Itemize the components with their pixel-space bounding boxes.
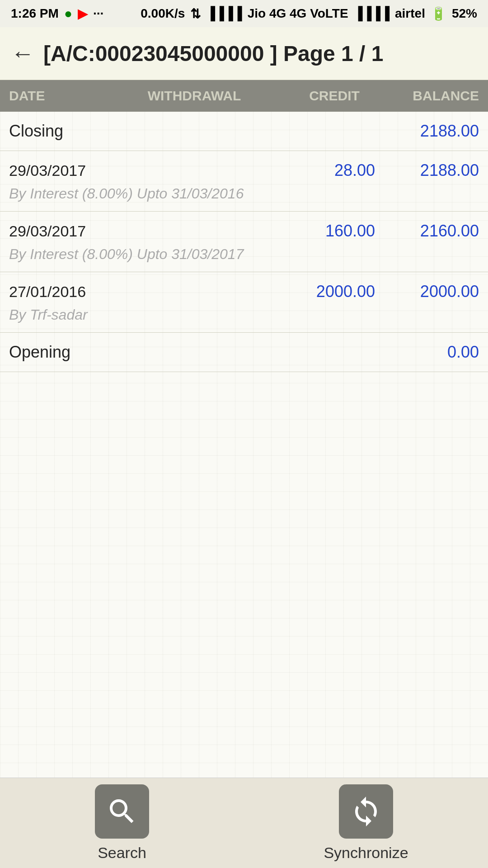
bottom-bar: Search Synchronize — [0, 778, 488, 868]
tx1-credit: 28.00 — [285, 161, 375, 180]
tx2-date: 29/03/2017 — [9, 222, 108, 240]
back-button[interactable]: ← — [11, 40, 34, 67]
signal-arrows: ⇅ — [190, 6, 201, 21]
tx2-balance: 2160.00 — [375, 222, 479, 241]
opening-balance: 0.00 — [447, 343, 479, 362]
search-label: Search — [98, 844, 146, 862]
search-icon — [106, 795, 138, 828]
transaction-data-3: 27/01/2016 2000.00 2000.00 — [0, 272, 488, 305]
closing-label: Closing — [9, 122, 63, 141]
page-title: [A/C:00023045000000 ] Page 1 / 1 — [43, 41, 383, 66]
whatsapp-icon: ● — [64, 6, 72, 21]
col-header-withdrawal: WITHDRAWAL — [99, 88, 289, 104]
signal-bars-2: ▐▐▐▐ — [354, 6, 389, 21]
sync-icon — [350, 795, 382, 828]
col-header-credit: CREDIT — [289, 88, 380, 104]
time-display: 1:26 PM — [11, 6, 59, 21]
tx3-balance: 2000.00 — [375, 282, 479, 301]
transaction-row-1: 29/03/2017 28.00 2188.00 By Interest (8.… — [0, 151, 488, 212]
opening-row: Opening 0.00 — [0, 333, 488, 372]
synchronize-button[interactable]: Synchronize — [321, 784, 411, 862]
tx3-credit: 2000.00 — [285, 282, 375, 301]
signal-bars-1: ▐▐▐▐ — [206, 6, 242, 21]
opening-label: Opening — [9, 343, 70, 362]
search-button[interactable]: Search — [77, 784, 167, 862]
tx3-date: 27/01/2016 — [9, 283, 108, 301]
closing-row: Closing 2188.00 — [0, 112, 488, 151]
col-header-date: DATE — [9, 88, 99, 104]
tx2-credit: 160.00 — [285, 222, 375, 241]
youtube-icon: ▶ — [78, 6, 88, 21]
transaction-row-2: 29/03/2017 160.00 2160.00 By Interest (8… — [0, 212, 488, 272]
sync-label: Synchronize — [324, 844, 408, 862]
transaction-data-2: 29/03/2017 160.00 2160.00 — [0, 212, 488, 244]
status-bar: 1:26 PM ● ▶ ··· 0.00K/s ⇅ ▐▐▐▐ Jio 4G 4G… — [0, 0, 488, 27]
tx1-balance: 2188.00 — [375, 161, 479, 180]
status-left: 1:26 PM ● ▶ ··· — [11, 6, 103, 21]
carrier-info: Jio 4G 4G VoLTE — [248, 6, 348, 21]
table-content: Closing 2188.00 29/03/2017 28.00 2188.00… — [0, 112, 488, 778]
header: ← [A/C:00023045000000 ] Page 1 / 1 — [0, 27, 488, 80]
closing-balance: 2188.00 — [420, 122, 479, 141]
more-icon: ··· — [93, 6, 103, 21]
network-speed: 0.00K/s — [141, 6, 185, 21]
transaction-data-1: 29/03/2017 28.00 2188.00 — [0, 151, 488, 184]
battery-level: 52% — [452, 6, 477, 21]
sync-icon-box — [339, 784, 393, 839]
battery-icon: 🔋 — [431, 6, 446, 21]
tx1-description: By Interest (8.00%) Upto 31/03/2016 — [0, 184, 488, 211]
search-icon-box — [95, 784, 149, 839]
table-header: DATE WITHDRAWAL CREDIT BALANCE — [0, 80, 488, 112]
status-right: 0.00K/s ⇅ ▐▐▐▐ Jio 4G 4G VoLTE ▐▐▐▐ airt… — [141, 6, 477, 21]
tx2-description: By Interest (8.00%) Upto 31/03/2017 — [0, 244, 488, 272]
col-header-balance: BALANCE — [380, 88, 479, 104]
tx3-description: By Trf-sadar — [0, 305, 488, 332]
carrier-2: airtel — [395, 6, 425, 21]
transaction-row-3: 27/01/2016 2000.00 2000.00 By Trf-sadar — [0, 272, 488, 333]
tx1-date: 29/03/2017 — [9, 162, 108, 179]
